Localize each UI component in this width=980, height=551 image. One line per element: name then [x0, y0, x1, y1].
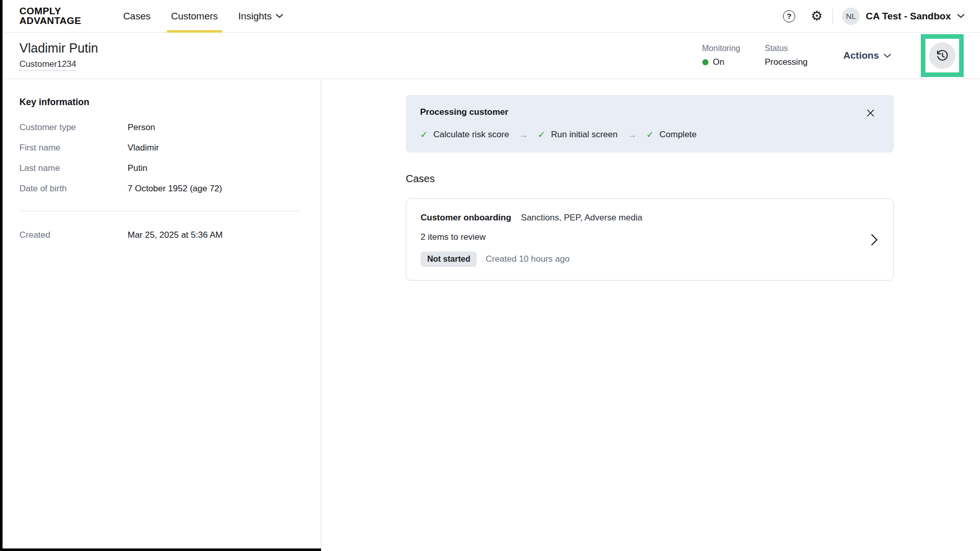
field-value: Mar 25, 2025 at 5:36 AM — [128, 230, 223, 240]
top-nav: COMPLY ADVANTAGE Cases Customers Insight… — [0, 0, 980, 33]
nav-divider — [832, 9, 833, 24]
field-label: Created — [19, 230, 128, 240]
check-icon: ✓ — [646, 129, 654, 140]
field-value: Vladimir — [128, 143, 159, 153]
account-name: CA Test - Sandbox — [866, 11, 951, 22]
arrow-right-icon: → — [627, 130, 636, 140]
gear-icon: ⚙ — [811, 8, 823, 24]
field-last-name: Last name Putin — [19, 163, 300, 173]
logo-line-1: COMPLY — [19, 7, 81, 16]
field-value: Putin — [128, 163, 148, 173]
nav-tab-label: Customers — [171, 11, 218, 22]
customer-id[interactable]: Customer1234 — [19, 59, 77, 71]
complyadvantage-logo[interactable]: COMPLY ADVANTAGE — [19, 7, 81, 25]
field-label: First name — [19, 143, 128, 153]
case-screening-types: Sanctions, PEP, Adverse media — [521, 213, 643, 223]
nav-tab-customers[interactable]: Customers — [161, 0, 228, 33]
field-label: Customer type — [19, 122, 128, 133]
monitoring-value: On — [713, 57, 725, 67]
case-created-timestamp: Created 10 hours ago — [485, 254, 569, 264]
customer-header-right: Monitoring On Status Processing Actions — [702, 34, 964, 77]
chevron-down-icon — [276, 14, 283, 18]
chevron-down-icon — [957, 14, 965, 18]
nav-tab-label: Insights — [238, 11, 272, 22]
cases-heading: Cases — [406, 173, 894, 185]
case-card-customer-onboarding[interactable]: Customer onboarding Sanctions, PEP, Adve… — [406, 198, 894, 281]
status-value: Processing — [765, 57, 807, 67]
screen-left-edge — [0, 0, 3, 551]
field-label: Date of birth — [19, 184, 128, 194]
logo-line-2: ADVANTAGE — [19, 16, 81, 26]
case-items-to-review: 2 items to review — [421, 232, 879, 242]
monitoring-label: Monitoring — [702, 44, 741, 53]
screen-bottom-edge — [0, 548, 321, 551]
nav-tab-cases[interactable]: Cases — [113, 0, 161, 33]
field-date-of-birth: Date of birth 7 October 1952 (age 72) — [19, 184, 300, 194]
field-first-name: First name Vladimir — [19, 143, 300, 153]
field-label: Last name — [19, 163, 128, 173]
account-menu[interactable]: NL CA Test - Sandbox — [842, 8, 965, 25]
check-icon: ✓ — [420, 129, 428, 140]
customer-header: Vladimir Putin Customer1234 Monitoring O… — [0, 33, 980, 79]
history-icon — [936, 49, 949, 63]
arrow-right-icon: → — [519, 130, 528, 140]
step-label: Run initial screen — [551, 130, 618, 140]
actions-label: Actions — [843, 50, 879, 61]
content-area: Key information Customer type Person Fir… — [0, 79, 980, 551]
case-title: Customer onboarding — [421, 213, 511, 223]
field-value: 7 October 1952 (age 72) — [128, 184, 222, 194]
chevron-down-icon — [884, 54, 891, 58]
key-information-panel: Key information Customer type Person Fir… — [0, 79, 321, 551]
processing-banner-title: Processing customer — [420, 107, 879, 117]
banner-close-button[interactable] — [864, 106, 877, 120]
sidebar-divider — [19, 211, 300, 211]
customer-identity: Vladimir Putin Customer1234 — [19, 41, 98, 71]
settings-button[interactable]: ⚙ — [808, 8, 825, 25]
customer-name: Vladimir Putin — [19, 41, 98, 56]
step-calculate-risk-score: ✓ Calculate risk score — [420, 129, 509, 140]
step-label: Calculate risk score — [433, 130, 509, 140]
processing-banner: Processing customer ✓ Calculate risk sco… — [406, 95, 894, 153]
highlight-annotation-box — [921, 34, 964, 77]
field-value: Person — [128, 122, 155, 133]
main-panel: Processing customer ✓ Calculate risk sco… — [321, 79, 980, 551]
avatar: NL — [842, 8, 860, 25]
primary-nav: Cases Customers Insights — [113, 0, 293, 33]
nav-tab-insights[interactable]: Insights — [228, 0, 293, 33]
nav-right-group: ? ⚙ NL CA Test - Sandbox — [780, 8, 965, 25]
nav-tab-label: Cases — [123, 11, 151, 22]
processing-steps: ✓ Calculate risk score → ✓ Run initial s… — [420, 129, 879, 140]
case-status-badge: Not started — [421, 252, 477, 267]
monitoring-block: Monitoring On — [702, 44, 741, 67]
history-button[interactable] — [929, 42, 955, 69]
active-tab-underline — [167, 30, 222, 33]
status-block: Status Processing — [765, 44, 807, 67]
key-information-heading: Key information — [19, 97, 300, 108]
chevron-right-icon — [870, 233, 879, 246]
actions-button[interactable]: Actions — [843, 50, 891, 61]
step-run-initial-screen: ✓ Run initial screen — [537, 129, 618, 140]
status-label: Status — [765, 44, 807, 53]
field-created: Created Mar 25, 2025 at 5:36 AM — [19, 230, 300, 240]
help-button[interactable]: ? — [780, 8, 798, 25]
field-customer-type: Customer type Person — [19, 122, 300, 133]
step-complete: ✓ Complete — [646, 129, 697, 140]
help-icon: ? — [783, 10, 795, 22]
monitoring-on-dot — [702, 59, 708, 65]
close-icon — [866, 112, 875, 119]
check-icon: ✓ — [537, 129, 545, 140]
step-label: Complete — [659, 130, 697, 140]
